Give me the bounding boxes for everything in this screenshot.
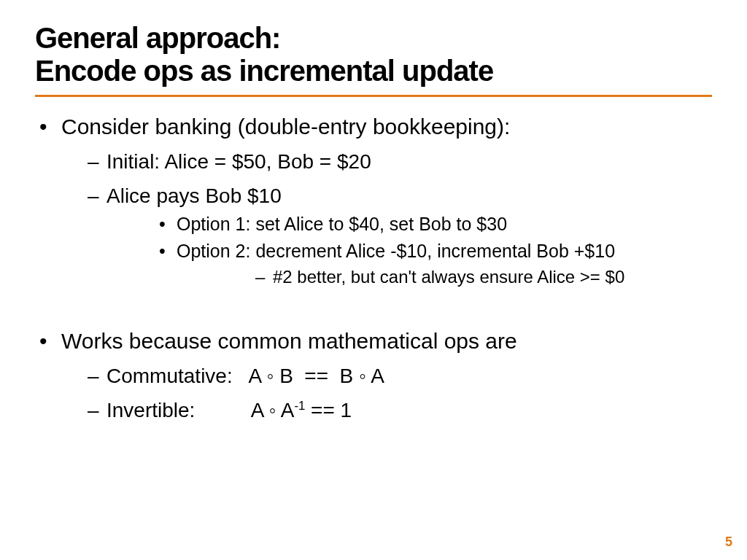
bullet-2-text: Works because common mathematical ops ar… bbox=[61, 329, 517, 353]
title-line-1: General approach: bbox=[35, 22, 280, 54]
slide: General approach: Encode ops as incremen… bbox=[0, 0, 747, 560]
bullet-1a: Initial: Alice = $50, Bob = $20 bbox=[61, 149, 712, 174]
bullet-2: Works because common mathematical ops ar… bbox=[35, 327, 712, 424]
bullet-1b-ii-note: #2 better, but can't always ensure Alice… bbox=[177, 266, 712, 288]
bullet-1b-i: Option 1: set Alice to $40, set Bob to $… bbox=[107, 213, 712, 236]
bullet-2b: Invertible: A ◦ A-1 == 1 bbox=[61, 397, 712, 423]
title-line-2: Encode ops as incremental update bbox=[35, 55, 493, 87]
bullet-1-text: Consider banking (double-entry bookkeepi… bbox=[61, 114, 510, 139]
bullet-2a: Commutative: A ◦ B == B ◦ A bbox=[61, 363, 712, 389]
page-number: 5 bbox=[725, 534, 732, 550]
bullet-1b-text: Alice pays Bob $10 bbox=[107, 184, 282, 207]
bullet-1b-ii-text: Option 2: decrement Alice -$10, incremen… bbox=[177, 241, 615, 261]
slide-title: General approach: Encode ops as incremen… bbox=[35, 22, 712, 88]
title-divider bbox=[35, 95, 712, 97]
spacer bbox=[35, 292, 712, 320]
bullet-1b-ii: Option 2: decrement Alice -$10, incremen… bbox=[107, 240, 712, 287]
bullet-list-2: Works because common mathematical ops ar… bbox=[35, 327, 712, 424]
bullet-list: Consider banking (double-entry bookkeepi… bbox=[35, 113, 712, 288]
bullet-1: Consider banking (double-entry bookkeepi… bbox=[35, 113, 712, 288]
bullet-1b: Alice pays Bob $10 Option 1: set Alice t… bbox=[61, 183, 712, 288]
